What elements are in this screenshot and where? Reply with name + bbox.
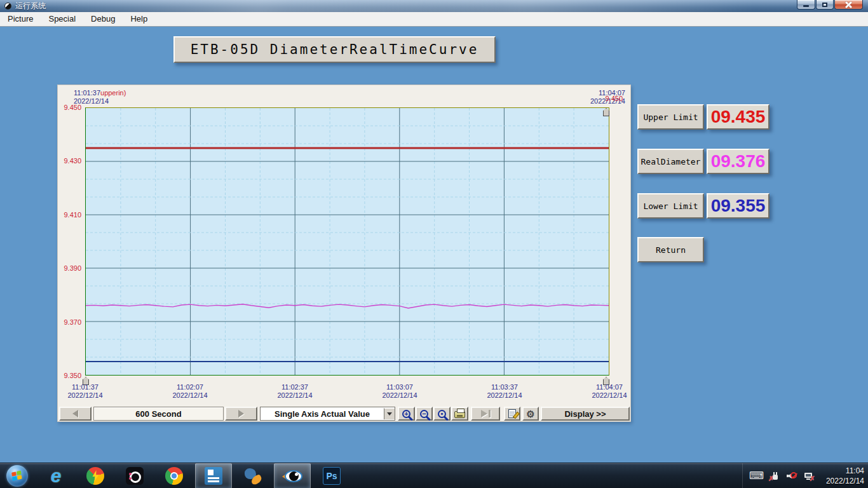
menu-help[interactable]: Help <box>123 12 155 26</box>
print-button[interactable] <box>451 407 468 421</box>
windows-flag-icon <box>11 470 23 482</box>
page-title: ETB-05D DiameterRealTimeCurve <box>173 36 496 63</box>
report-button[interactable] <box>504 407 520 421</box>
right-axis-top-label: 9.450 <box>605 95 623 102</box>
start-button[interactable] <box>6 465 28 487</box>
zoom-in-button[interactable]: + <box>398 407 415 421</box>
chevron-down-icon <box>387 412 392 416</box>
chrome-icon <box>165 467 183 485</box>
taskbar-clock[interactable]: 11:04 2022/12/14 <box>815 466 864 486</box>
y-tick-label: 9.390 <box>58 264 81 272</box>
lower-limit-button[interactable]: Lower Limit <box>637 193 704 219</box>
real-diameter-button[interactable]: RealDiameter <box>637 149 704 174</box>
menu-picture[interactable]: Picture <box>0 12 41 26</box>
scroll-left-button[interactable] <box>59 407 92 421</box>
upper-limit-button[interactable]: Upper Limit <box>637 104 704 130</box>
caption-buttons <box>796 0 863 10</box>
play-pause-icon <box>481 410 491 417</box>
keyboard-icon[interactable]: ⌨ <box>749 471 764 481</box>
x-tick-label: 11:04:072022/12/14 <box>584 383 635 400</box>
menu-bar: Picture Special Debug Help <box>0 12 868 27</box>
zoom-reset-button[interactable]: • <box>433 407 451 421</box>
upper-limit-value: 09.435 <box>707 104 770 130</box>
printer-icon <box>454 411 465 418</box>
left-arrow-icon <box>72 410 78 417</box>
desktop: 运行系统 Picture Special Debug Help ETB-05D … <box>0 0 868 488</box>
system-tray: ⌨ ✗ ✗ <box>742 463 813 488</box>
real-diameter-value: 09.376 <box>707 149 770 174</box>
audio-muted-icon[interactable] <box>787 471 797 481</box>
internet-explorer-icon: e <box>51 466 62 485</box>
power-plug-disabled-icon[interactable]: ✗ <box>770 471 780 481</box>
x-tick-label: 11:03:072022/12/14 <box>374 383 425 400</box>
play-pause-button[interactable] <box>471 407 500 421</box>
y-tick-label: 9.370 <box>58 318 81 326</box>
report-icon <box>508 409 516 418</box>
scroll-right-button[interactable] <box>225 407 257 421</box>
minimize-icon <box>803 5 809 7</box>
restore-icon <box>822 3 827 7</box>
zoom-reset-icon: • <box>438 410 446 418</box>
time-span-field[interactable]: 600 Second <box>93 407 224 421</box>
mode-select[interactable]: Single Axis Actual Value <box>260 407 395 421</box>
restore-button[interactable] <box>816 0 834 10</box>
eye-viewer-icon <box>282 470 302 482</box>
window-titlebar: 运行系统 <box>0 0 868 12</box>
y-tick-label: 9.410 <box>58 211 81 219</box>
zoom-in-icon: + <box>402 410 410 418</box>
curve-start-label: 11:01:37upperin) <box>74 89 126 97</box>
return-button[interactable]: Return <box>637 237 704 262</box>
screen-recorder-icon <box>126 467 144 485</box>
window-title: 运行系统 <box>15 1 46 11</box>
taskbar-chrome[interactable] <box>156 463 193 488</box>
document-app-icon <box>205 467 222 485</box>
mode-select-value: Single Axis Actual Value <box>261 409 384 419</box>
network-disconnected-icon[interactable]: ✗ <box>803 471 813 481</box>
zoom-out-icon: − <box>420 410 428 418</box>
x-tick-label: 11:02:372022/12/14 <box>269 383 320 400</box>
y-tick-label: 9.430 <box>58 157 81 165</box>
settings-button[interactable]: ⚙ <box>522 407 539 421</box>
taskbar-photoshop[interactable]: Ps <box>313 463 350 488</box>
taskbar-internet-explorer[interactable]: e <box>37 463 74 488</box>
gear-icon: ⚙ <box>526 409 534 419</box>
menu-debug[interactable]: Debug <box>83 12 123 26</box>
clock-time: 11:04 <box>815 466 864 476</box>
browser-bolt-icon <box>86 467 104 485</box>
chart-panel: 11:01:37upperin) 2022/12/14 11:04:07 202… <box>57 85 631 422</box>
minimize-button[interactable] <box>797 0 815 10</box>
taskbar-config-tool[interactable] <box>234 463 271 488</box>
display-button[interactable]: Display >> <box>541 407 630 421</box>
close-button[interactable] <box>834 0 863 10</box>
y-tick-label: 9.350 <box>58 372 81 379</box>
zoom-out-button[interactable]: − <box>416 407 433 421</box>
plot-area <box>85 107 609 376</box>
chart-toolbar: 600 Second Single Axis Actual Value + − … <box>58 407 632 423</box>
taskbar-screen-recorder[interactable] <box>116 463 153 488</box>
lower-limit-value: 09.355 <box>707 193 770 219</box>
app-icon <box>4 3 11 10</box>
x-tick-label: 11:01:372022/12/14 <box>60 383 111 400</box>
taskbar: e Ps ⌨ ✗ ✗ 11:04 2022/12/14 <box>0 463 868 488</box>
mode-dropdown-button[interactable] <box>384 408 395 419</box>
config-tool-icon <box>244 467 262 485</box>
taskbar-browser-bolt[interactable] <box>77 463 114 488</box>
x-tick-label: 11:02:072022/12/14 <box>165 383 215 400</box>
clock-date: 2022/12/14 <box>815 476 864 486</box>
right-arrow-icon <box>238 410 244 417</box>
x-tick-label: 11:03:372022/12/14 <box>479 383 530 400</box>
taskbar-document-app[interactable] <box>195 463 232 488</box>
plot-canvas <box>86 108 609 375</box>
menu-special[interactable]: Special <box>41 12 83 26</box>
y-tick-label: 9.450 <box>58 104 81 111</box>
photoshop-icon: Ps <box>323 467 341 485</box>
taskbar-eye-viewer[interactable] <box>274 463 311 488</box>
